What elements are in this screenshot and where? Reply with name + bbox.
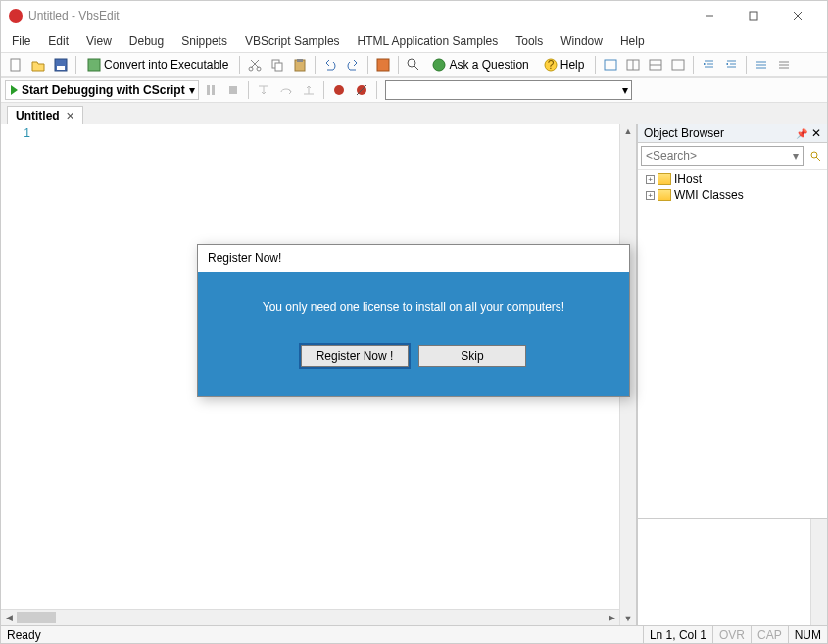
editor-hscrollbar[interactable]: ◀ ▶ — [1, 609, 619, 625]
expand-icon[interactable]: + — [646, 191, 655, 200]
node-label: WMI Classes — [674, 188, 744, 202]
menu-debug[interactable]: Debug — [121, 32, 172, 50]
step-into-button[interactable] — [253, 79, 274, 101]
chevron-down-icon: ▾ — [189, 83, 195, 97]
clear-breakpoints-button[interactable] — [351, 79, 372, 101]
window-tool-1[interactable] — [600, 54, 621, 75]
tab-label: Untitled — [16, 109, 60, 123]
menu-file[interactable]: File — [3, 32, 39, 50]
statusbar: Ready Ln 1, Col 1 OVR CAP NUM — [1, 625, 827, 643]
separator — [323, 81, 324, 99]
help-button[interactable]: ? Help — [537, 54, 592, 75]
register-now-button[interactable]: Register Now ! — [301, 345, 409, 367]
scroll-thumb[interactable] — [17, 612, 56, 623]
separator — [376, 81, 377, 99]
open-file-button[interactable] — [27, 54, 49, 75]
pause-button[interactable] — [200, 79, 221, 101]
separator — [315, 56, 316, 74]
app-icon — [9, 9, 23, 23]
minimize-button[interactable] — [687, 2, 731, 29]
svg-line-45 — [816, 157, 820, 161]
dialog-body: You only need one license to install on … — [198, 272, 629, 396]
svg-rect-20 — [605, 60, 616, 70]
breakpoint-button[interactable] — [328, 79, 350, 101]
node-label: IHost — [674, 173, 702, 186]
skip-button[interactable]: Skip — [418, 345, 526, 367]
svg-rect-7 — [88, 59, 100, 71]
menu-html-app-samples[interactable]: HTML Application Samples — [349, 32, 508, 50]
scroll-down-icon[interactable]: ▼ — [620, 612, 636, 625]
step-over-button[interactable] — [275, 79, 297, 101]
scroll-up-icon[interactable]: ▲ — [620, 124, 636, 138]
expand-icon[interactable]: + — [646, 175, 655, 184]
comment-button[interactable] — [751, 54, 772, 75]
scroll-track[interactable] — [17, 610, 604, 625]
separator — [367, 56, 368, 74]
run-button[interactable] — [372, 54, 394, 75]
window-tool-3[interactable] — [645, 54, 666, 75]
redo-button[interactable] — [342, 54, 364, 75]
separator — [75, 56, 76, 74]
convert-label: Convert into Executable — [104, 58, 228, 72]
separator — [746, 56, 747, 74]
svg-line-16 — [414, 66, 418, 70]
toolbar-main: Convert into Executable Ask a Question ?… — [1, 52, 827, 77]
svg-point-41 — [334, 85, 344, 95]
line-number: 1 — [1, 126, 30, 140]
svg-rect-39 — [212, 85, 215, 95]
svg-point-15 — [408, 59, 415, 67]
menu-view[interactable]: View — [77, 32, 121, 50]
window-tool-4[interactable] — [667, 54, 689, 75]
stop-button[interactable] — [222, 79, 244, 101]
search-go-button[interactable] — [806, 146, 824, 166]
indent-dec-button[interactable] — [698, 54, 719, 75]
scroll-left-icon[interactable]: ◀ — [1, 613, 17, 622]
close-button[interactable] — [775, 2, 819, 29]
paste-button[interactable] — [289, 54, 311, 75]
cut-button[interactable] — [244, 54, 266, 75]
search-input[interactable]: <Search> ▾ — [641, 146, 804, 166]
menu-snippets[interactable]: Snippets — [172, 32, 236, 50]
undo-button[interactable] — [319, 54, 341, 75]
separator — [398, 56, 399, 74]
scroll-right-icon[interactable]: ▶ — [604, 613, 619, 622]
tab-close-icon[interactable]: ✕ — [66, 110, 74, 123]
menu-edit[interactable]: Edit — [39, 32, 77, 50]
panel-close-icon[interactable]: ✕ — [811, 126, 821, 140]
dialog-buttons: Register Now ! Skip — [208, 345, 619, 367]
debug-label: Start Debugging with CScript — [22, 83, 185, 97]
tree-node-wmi[interactable]: + WMI Classes — [638, 187, 827, 203]
debug-target-combo[interactable]: ▾ — [385, 80, 632, 100]
save-button[interactable] — [50, 54, 72, 75]
tab-untitled[interactable]: Untitled ✕ — [7, 106, 83, 124]
detail-vscrollbar[interactable] — [810, 519, 827, 625]
step-out-button[interactable] — [298, 79, 319, 101]
new-file-button[interactable] — [5, 54, 26, 75]
menu-vbscript-samples[interactable]: VBScript Samples — [236, 32, 349, 50]
convert-executable-button[interactable]: Convert into Executable — [80, 54, 235, 75]
menu-tools[interactable]: Tools — [507, 32, 552, 50]
menu-help[interactable]: Help — [611, 32, 654, 50]
svg-point-17 — [433, 59, 445, 71]
maximize-button[interactable] — [731, 2, 775, 29]
uncomment-button[interactable] — [773, 54, 795, 75]
dialog-title: Register Now! — [198, 245, 629, 272]
indent-inc-button[interactable] — [720, 54, 742, 75]
ask-label: Ask a Question — [449, 58, 528, 72]
ask-question-button[interactable]: Ask a Question — [425, 54, 535, 75]
window-tool-2[interactable] — [622, 54, 644, 75]
library-icon — [658, 189, 671, 201]
start-debugging-button[interactable]: Start Debugging with CScript ▾ — [5, 80, 199, 100]
register-dialog: Register Now! You only need one license … — [197, 244, 630, 397]
help-label: Help — [560, 58, 585, 72]
separator — [248, 81, 249, 99]
panel-header: Object Browser 📌 ✕ — [638, 124, 827, 143]
find-button[interactable] — [403, 54, 424, 75]
pin-icon[interactable]: 📌 — [796, 128, 807, 139]
tree-node-ihost[interactable]: + IHost — [638, 172, 827, 187]
copy-button[interactable] — [267, 54, 288, 75]
separator — [693, 56, 694, 74]
menu-window[interactable]: Window — [552, 32, 611, 50]
svg-rect-11 — [275, 63, 282, 71]
library-icon — [658, 173, 671, 185]
